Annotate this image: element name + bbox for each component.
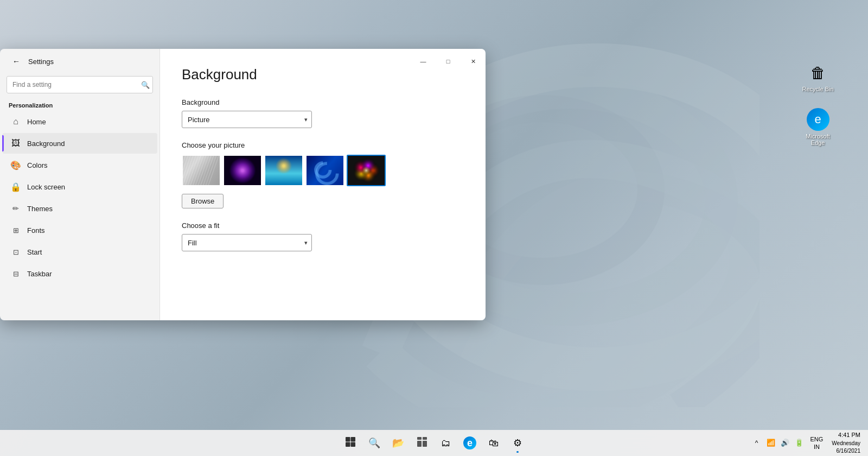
- search-box: 🔍: [7, 76, 153, 93]
- browse-button[interactable]: Browse: [182, 194, 224, 208]
- sidebar-item-background[interactable]: 🖼 Background: [2, 133, 157, 154]
- background-dropdown[interactable]: Picture Solid color Slideshow: [182, 111, 312, 128]
- close-icon: ✕: [471, 58, 476, 65]
- sidebar-item-colors[interactable]: 🎨 Colors: [2, 155, 157, 175]
- store-icon: 🛍: [489, 438, 499, 449]
- colors-icon: 🎨: [11, 160, 21, 170]
- sidebar-item-home-label: Home: [27, 118, 46, 126]
- svg-rect-3: [346, 437, 350, 442]
- sidebar-item-themes-label: Themes: [27, 205, 53, 213]
- sidebar-item-fonts[interactable]: ⊞ Fonts: [2, 220, 157, 240]
- system-tray: ^ 📶 🔊 🔋: [751, 437, 805, 449]
- sidebar-item-taskbar-label: Taskbar: [27, 270, 52, 278]
- sidebar-item-fonts-label: Fonts: [27, 226, 45, 235]
- sidebar-item-background-label: Background: [27, 140, 65, 148]
- taskbar-search-button[interactable]: 🔍: [363, 432, 385, 454]
- picture-thumb-3[interactable]: [264, 155, 303, 186]
- clock[interactable]: 4:41 PM Wednesday6/16/2021: [828, 431, 864, 454]
- desktop-icon-recycle-bin[interactable]: 🗑 Recycle Bin: [797, 60, 838, 94]
- sidebar-item-start[interactable]: ⊡ Start: [2, 242, 157, 262]
- taskbar-file-explorer-button[interactable]: 📂: [387, 432, 409, 454]
- fit-dropdown-wrapper: Fill Fit Stretch Tile Center Span ▾: [182, 234, 312, 251]
- taskbar-icon: ⊟: [11, 269, 21, 278]
- taskbar-start-button[interactable]: [340, 432, 361, 454]
- lock-icon: 🔒: [11, 182, 21, 192]
- svg-rect-8: [423, 437, 427, 440]
- tray-chevron[interactable]: ^: [751, 437, 763, 449]
- close-button[interactable]: ✕: [461, 49, 486, 74]
- picture-thumb-2[interactable]: [223, 155, 262, 186]
- minimize-button[interactable]: —: [411, 49, 436, 74]
- recycle-bin-icon: 🗑: [807, 62, 829, 84]
- taskbar-center: 🔍 📂 🗂 e 🛍: [340, 432, 528, 454]
- background-section-label: Background: [182, 98, 464, 106]
- back-icon: ←: [12, 57, 20, 66]
- picture-thumb-4[interactable]: [305, 155, 344, 186]
- search-icon-button[interactable]: 🔍: [141, 81, 150, 89]
- settings-taskbar-icon: ⚙: [513, 437, 522, 449]
- svg-rect-7: [417, 437, 422, 440]
- minimize-icon: —: [420, 58, 426, 65]
- language-indicator[interactable]: ENGIN: [808, 435, 826, 451]
- sidebar-item-taskbar[interactable]: ⊟ Taskbar: [2, 263, 157, 284]
- edge-icon: e: [807, 108, 829, 131]
- taskbar-edge-button[interactable]: e: [459, 432, 481, 454]
- sidebar-item-home[interactable]: ⌂ Home: [2, 111, 157, 132]
- search-input[interactable]: [7, 76, 153, 93]
- clock-date: Wednesday6/16/2021: [832, 440, 860, 455]
- svg-rect-9: [417, 441, 422, 447]
- taskbar-settings-button[interactable]: ⚙: [507, 432, 528, 454]
- maximize-icon: □: [446, 58, 450, 65]
- settings-window: ← Settings 🔍 Personalization ⌂ Home 🖼 Ba…: [0, 49, 486, 320]
- sidebar-header: ← Settings: [0, 49, 159, 74]
- taskbar-widgets-button[interactable]: [411, 432, 433, 454]
- choose-picture-label: Choose your picture: [182, 141, 464, 149]
- window-controls: — □ ✕: [411, 49, 486, 74]
- taskbar-folder-button[interactable]: 🗂: [435, 432, 457, 454]
- personalization-section-label: Personalization: [0, 98, 159, 111]
- file-explorer-icon: 📂: [392, 437, 404, 449]
- tray-network-icon[interactable]: 📶: [765, 437, 777, 449]
- sidebar-item-lock-label: Lock screen: [27, 183, 65, 191]
- fit-section-label: Choose a fit: [182, 221, 464, 230]
- tray-volume-icon[interactable]: 🔊: [779, 437, 791, 449]
- home-icon: ⌂: [11, 117, 21, 126]
- ms-edge-label: Microsoft Edge: [800, 133, 836, 146]
- svg-rect-4: [351, 437, 356, 442]
- sidebar-item-themes[interactable]: ✏ Themes: [2, 198, 157, 219]
- main-content: Background Background Picture Solid colo…: [160, 49, 486, 320]
- taskbar-right: ^ 📶 🔊 🔋 ENGIN 4:41 PM Wednesday6/16/2021: [751, 431, 864, 454]
- edge-taskbar-icon: e: [463, 436, 476, 449]
- sidebar-item-start-label: Start: [27, 248, 42, 256]
- taskbar-store-button[interactable]: 🛍: [483, 432, 505, 454]
- back-button[interactable]: ←: [9, 54, 24, 69]
- sidebar-item-lock-screen[interactable]: 🔒 Lock screen: [2, 176, 157, 197]
- clock-time: 4:41 PM: [832, 431, 860, 439]
- sidebar: ← Settings 🔍 Personalization ⌂ Home 🖼 Ba…: [0, 49, 160, 320]
- start-icon: [345, 436, 356, 450]
- svg-rect-10: [423, 441, 427, 447]
- svg-rect-5: [346, 442, 350, 447]
- widgets-icon: [417, 436, 427, 450]
- picture-grid: [182, 155, 464, 186]
- picture-thumb-1[interactable]: [182, 155, 221, 186]
- svg-rect-6: [351, 442, 356, 447]
- start-icon: ⊡: [11, 247, 21, 257]
- fit-dropdown[interactable]: Fill Fit Stretch Tile Center Span: [182, 234, 312, 251]
- background-dropdown-wrapper: Picture Solid color Slideshow ▾: [182, 111, 312, 128]
- tray-battery-icon[interactable]: 🔋: [793, 437, 805, 449]
- folder-icon: 🗂: [441, 438, 451, 449]
- taskbar: 🔍 📂 🗂 e 🛍: [0, 430, 868, 456]
- sidebar-item-colors-label: Colors: [27, 161, 48, 169]
- lang-text: ENGIN: [810, 435, 824, 451]
- recycle-bin-label: Recycle Bin: [802, 86, 833, 92]
- themes-icon: ✏: [11, 204, 21, 213]
- sidebar-title: Settings: [28, 58, 54, 66]
- search-taskbar-icon: 🔍: [368, 437, 380, 449]
- fonts-icon: ⊞: [11, 225, 21, 235]
- picture-thumb-5[interactable]: [347, 155, 386, 186]
- maximize-button[interactable]: □: [436, 49, 461, 74]
- desktop-icon-ms-edge[interactable]: e Microsoft Edge: [797, 106, 838, 148]
- background-icon: 🖼: [11, 138, 21, 148]
